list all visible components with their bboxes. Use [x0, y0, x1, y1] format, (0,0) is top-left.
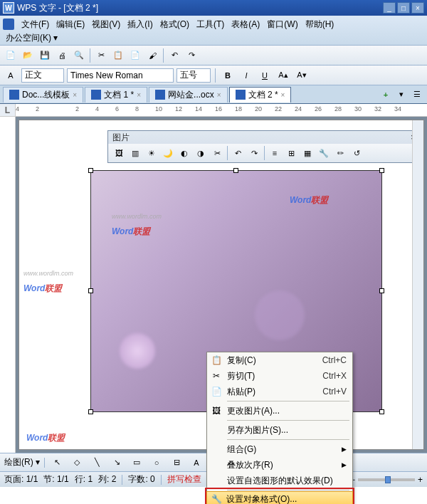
- transparent-icon[interactable]: ✏: [332, 145, 348, 161]
- zoom-thumb[interactable]: [385, 476, 391, 483]
- resize-handle-br[interactable]: [379, 409, 384, 414]
- color-icon[interactable]: ▥: [127, 145, 143, 161]
- line-icon[interactable]: ╲: [89, 455, 105, 471]
- tab-website[interactable]: 网站金...ocx×: [149, 87, 228, 103]
- font-shrink-icon[interactable]: A▾: [294, 68, 310, 83]
- open-icon[interactable]: 📂: [20, 48, 36, 63]
- menu-view[interactable]: 视图(V): [89, 17, 123, 32]
- doc-icon: [9, 90, 19, 100]
- compress-icon[interactable]: ⊞: [283, 145, 299, 161]
- menu-file[interactable]: 文件(F): [19, 17, 52, 32]
- menu-help[interactable]: 帮助(H): [302, 17, 337, 32]
- wps-logo-icon[interactable]: [3, 19, 14, 30]
- tab-close-icon[interactable]: ×: [137, 91, 141, 99]
- new-tab-button[interactable]: +: [379, 88, 393, 102]
- menu-separator: [227, 439, 349, 440]
- autoshapes-icon[interactable]: ◇: [69, 455, 85, 471]
- format-icon[interactable]: 🔧: [316, 145, 332, 161]
- minimize-button[interactable]: _: [383, 2, 396, 14]
- tab-list-button[interactable]: ☰: [410, 88, 424, 102]
- ctx-order[interactable]: 叠放次序(R)▶: [207, 457, 352, 473]
- window-title: WPS 文字 - [文档 2 *]: [17, 2, 383, 14]
- menu-window[interactable]: 窗口(W): [264, 17, 300, 32]
- cut-icon[interactable]: ✂: [93, 48, 109, 63]
- ctx-copy[interactable]: 📋复制(C)Ctrl+C: [207, 352, 352, 368]
- vertical-ruler[interactable]: [0, 117, 16, 453]
- resize-handle-bl[interactable]: [88, 409, 93, 414]
- resize-handle-tr[interactable]: [379, 168, 384, 173]
- tab-close-icon[interactable]: ×: [281, 91, 285, 99]
- resize-handle-tc[interactable]: [233, 168, 238, 173]
- oval-icon[interactable]: ○: [149, 455, 164, 471]
- wordart-icon[interactable]: A: [189, 455, 204, 471]
- horizontal-ruler[interactable]: L 42246810121416182022242628303234: [0, 104, 427, 117]
- workspace: 图片× 🖼 ▥ ☀ 🌙 ◐ ◑ ✂ ↶ ↷ ≡ ⊞ ▦ 🔧 ✏ ↺ w: [0, 117, 427, 453]
- reset-icon[interactable]: ↺: [349, 145, 364, 161]
- style-input[interactable]: [21, 68, 64, 83]
- brightness-up-icon[interactable]: ☀: [144, 145, 159, 161]
- menu-tools[interactable]: 工具(T): [194, 17, 227, 32]
- separator: [227, 146, 228, 160]
- contrast-up-icon[interactable]: ◐: [176, 145, 192, 161]
- style-picker-icon[interactable]: A: [3, 68, 19, 83]
- contrast-down-icon[interactable]: ◑: [193, 145, 209, 161]
- new-icon[interactable]: 📄: [3, 48, 19, 63]
- menu-insert[interactable]: 插入(I): [125, 17, 155, 32]
- print-icon[interactable]: 🖨: [54, 48, 70, 63]
- tab-close-icon[interactable]: ×: [217, 91, 221, 99]
- underline-icon[interactable]: U: [257, 68, 273, 83]
- ctx-cut[interactable]: ✂剪切(T)Ctrl+X: [207, 368, 352, 384]
- preview-icon[interactable]: 🔍: [71, 48, 87, 63]
- select-icon[interactable]: ↖: [49, 455, 65, 471]
- ctx-set-default[interactable]: 设置自选图形的默认效果(D): [207, 473, 352, 488]
- maximize-button[interactable]: □: [397, 2, 410, 14]
- close-button[interactable]: ×: [411, 2, 424, 14]
- ctx-format-object[interactable]: 🔧设置对象格式(O)...: [206, 491, 353, 504]
- ctx-change-picture[interactable]: 🖼更改图片(A)...: [207, 403, 352, 419]
- zoom-slider[interactable]: [358, 478, 415, 481]
- separator: [264, 146, 265, 160]
- menu-workspace[interactable]: 办公空间(K) ▾: [6, 32, 58, 44]
- rotate-right-icon[interactable]: ↷: [246, 145, 262, 161]
- brightness-down-icon[interactable]: 🌙: [160, 145, 176, 161]
- crop-icon[interactable]: ✂: [209, 145, 225, 161]
- paste-icon[interactable]: 📄: [127, 48, 143, 63]
- font-grow-icon[interactable]: A▴: [275, 68, 291, 83]
- tab-menu-button[interactable]: ▾: [394, 88, 408, 102]
- save-icon[interactable]: 💾: [37, 48, 53, 63]
- tab-doc1[interactable]: 文档 1 *×: [85, 87, 147, 103]
- font-input[interactable]: [67, 68, 174, 83]
- undo-icon[interactable]: ↶: [167, 48, 182, 63]
- arrow-icon[interactable]: ↘: [109, 455, 125, 471]
- tab-close-icon[interactable]: ×: [73, 91, 77, 99]
- tab-docs-template[interactable]: Doc...线模板×: [3, 87, 83, 103]
- textbox-icon[interactable]: ⊟: [169, 455, 184, 471]
- status-col: 列: 2: [98, 473, 116, 485]
- insert-picture-icon[interactable]: 🖼: [111, 145, 127, 161]
- redo-icon[interactable]: ↷: [184, 48, 199, 63]
- status-spell[interactable]: 拼写检查: [167, 473, 201, 485]
- rectangle-icon[interactable]: ▭: [129, 455, 144, 471]
- line-style-icon[interactable]: ≡: [267, 145, 283, 161]
- rotate-left-icon[interactable]: ↶: [230, 145, 246, 161]
- ctx-paste[interactable]: 📄粘贴(P)Ctrl+V: [207, 384, 352, 399]
- zoom-in-button[interactable]: +: [418, 475, 423, 485]
- menu-edit[interactable]: 编辑(E): [53, 17, 88, 32]
- resize-handle-tl[interactable]: [88, 168, 93, 173]
- format-painter-icon[interactable]: 🖌: [144, 48, 160, 63]
- menu-table[interactable]: 表格(A): [228, 17, 263, 32]
- text-wrap-icon[interactable]: ▦: [300, 145, 315, 161]
- bold-icon[interactable]: B: [220, 68, 236, 83]
- picture-toolbar[interactable]: 图片× 🖼 ▥ ☀ 🌙 ◐ ◑ ✂ ↶ ↷ ≡ ⊞ ▦ 🔧 ✏ ↺: [107, 130, 421, 163]
- menu-format[interactable]: 格式(O): [157, 17, 192, 32]
- tab-doc2[interactable]: 文档 2 *×: [229, 87, 292, 103]
- italic-icon[interactable]: I: [238, 68, 254, 83]
- resize-handle-mr[interactable]: [379, 288, 384, 293]
- vertical-scrollbar[interactable]: [412, 120, 423, 449]
- size-input[interactable]: [176, 68, 211, 83]
- ctx-save-as-picture[interactable]: 另存为图片(S)...: [207, 422, 352, 438]
- draw-menu[interactable]: 绘图(R) ▾: [4, 456, 40, 468]
- resize-handle-ml[interactable]: [88, 288, 93, 293]
- ctx-group[interactable]: 组合(G)▶: [207, 441, 352, 457]
- copy-icon[interactable]: 📋: [110, 48, 126, 63]
